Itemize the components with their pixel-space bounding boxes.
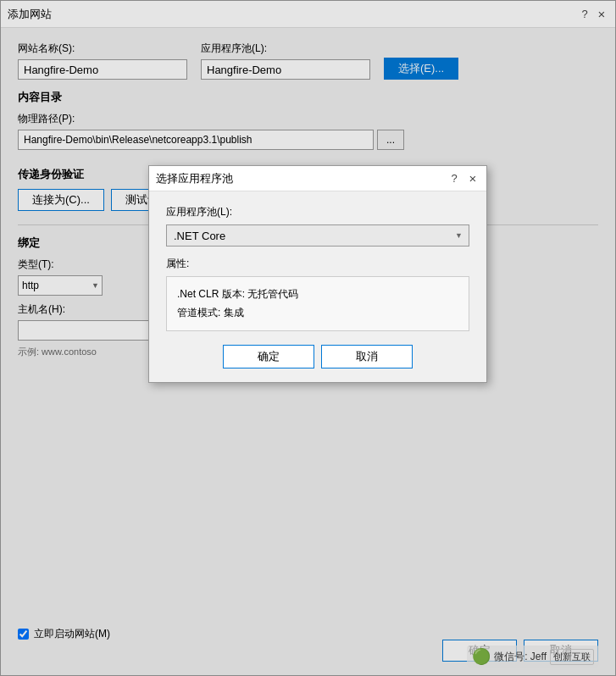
modal-app-pool-label: 应用程序池(L): bbox=[166, 205, 469, 219]
modal-content: 应用程序池(L): .NET Core 属性: .Net CLR 版本: 无托管… bbox=[149, 191, 486, 382]
modal-title-bar: 选择应用程序池 ? × bbox=[149, 166, 486, 191]
properties-label: 属性: bbox=[166, 257, 469, 271]
pipeline-text: 管道模式: 集成 bbox=[177, 304, 458, 323]
modal-app-pool-select[interactable]: .NET Core bbox=[166, 224, 469, 247]
properties-box: .Net CLR 版本: 无托管代码 管道模式: 集成 bbox=[166, 276, 469, 331]
clr-text: .Net CLR 版本: 无托管代码 bbox=[177, 285, 458, 304]
modal-help-button[interactable]: ? bbox=[447, 172, 461, 186]
modal-confirm-button[interactable]: 确定 bbox=[223, 345, 314, 368]
modal-select-wrapper: .NET Core bbox=[166, 224, 469, 247]
modal-buttons: 确定 取消 bbox=[166, 345, 469, 368]
modal-close-button[interactable]: × bbox=[466, 172, 480, 186]
modal-cancel-button[interactable]: 取消 bbox=[321, 345, 413, 368]
modal-title: 选择应用程序池 bbox=[156, 171, 233, 186]
modal-title-buttons: ? × bbox=[447, 172, 480, 186]
modal-dialog: 选择应用程序池 ? × 应用程序池(L): .NET Core 属性: .Net… bbox=[148, 165, 487, 383]
